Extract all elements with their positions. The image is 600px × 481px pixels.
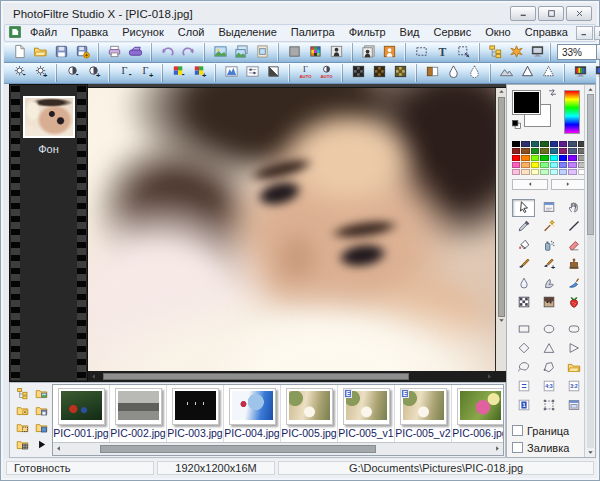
browser-scrollbar[interactable]	[53, 442, 503, 455]
fill-bucket-button[interactable]	[512, 237, 535, 255]
auto-contrast-button[interactable]: AUTO	[316, 64, 337, 82]
levels-button[interactable]	[242, 64, 263, 82]
palette-color[interactable]	[512, 155, 520, 161]
line-tool-button[interactable]	[563, 218, 586, 236]
menu-фильтр[interactable]: Фильтр	[342, 25, 393, 40]
canvas-vertical-scrollbar[interactable]	[495, 88, 506, 371]
selection-dashed-button[interactable]	[411, 43, 432, 61]
eraser-button[interactable]	[563, 237, 586, 255]
save-as-button[interactable]	[72, 43, 93, 61]
brightness-plus-button[interactable]: +	[30, 64, 51, 82]
save-button[interactable]	[51, 43, 72, 61]
menu-окно[interactable]: Окно	[478, 25, 518, 40]
text-tool-button[interactable]: T	[432, 43, 453, 61]
palette-color[interactable]	[550, 155, 558, 161]
drop-soft-button[interactable]	[443, 64, 464, 82]
thumbnail-item[interactable]: PIC-003.jpg	[167, 385, 224, 442]
palette-color[interactable]	[512, 141, 520, 147]
fixed-size-button[interactable]: 1	[512, 397, 535, 415]
thumbnail-item[interactable]: PIC-004.jpg	[224, 385, 281, 442]
zoom-combo[interactable]: 33%	[557, 44, 600, 60]
panel-scrollbar[interactable]	[584, 85, 595, 457]
scroll-down-icon[interactable]	[498, 317, 505, 324]
image-person-button[interactable]	[326, 43, 347, 61]
palette-color[interactable]	[521, 141, 529, 147]
thumbnail-item[interactable]: PIC-002.jpg	[110, 385, 167, 442]
rainbow-color-strip[interactable]	[564, 90, 580, 134]
folder-paste-button[interactable]	[32, 421, 50, 436]
fill-checkbox[interactable]	[512, 442, 523, 453]
menu-вид[interactable]: Вид	[393, 25, 427, 40]
grayscale-button[interactable]	[284, 43, 305, 61]
shape-rectangle-button[interactable]	[512, 321, 535, 339]
palette-color[interactable]	[540, 141, 548, 147]
screen-rgb-button[interactable]	[570, 64, 591, 82]
palette-color[interactable]	[559, 141, 567, 147]
thumbnail-item[interactable]: PIC-001.jpg	[53, 385, 110, 442]
canvas-horizontal-scrollbar[interactable]	[88, 371, 495, 382]
plugins-flower-button[interactable]	[506, 43, 527, 61]
book-pages-button[interactable]	[422, 64, 443, 82]
contrast-minus-button[interactable]: -	[62, 64, 83, 82]
shape-triangle-button[interactable]	[537, 340, 560, 358]
gamma-minus-button[interactable]: Γ-	[115, 64, 136, 82]
menu-рисунок[interactable]: Рисунок	[115, 25, 171, 40]
clone-stamp-button[interactable]	[563, 256, 586, 274]
horizontal-scroll-thumb[interactable]	[103, 373, 409, 380]
magic-wand-button[interactable]	[537, 218, 560, 236]
palette-color[interactable]	[531, 148, 539, 154]
border-checkbox[interactable]	[512, 425, 523, 436]
ratio-3-2-button[interactable]: 3:2	[563, 378, 586, 396]
pipette-button[interactable]	[512, 218, 535, 236]
shape-right-triangle-button[interactable]	[563, 340, 586, 358]
smudge-button[interactable]	[537, 275, 560, 293]
thumbnail-item[interactable]: EPIC-005_v1	[338, 385, 395, 442]
saturation-minus-button[interactable]: -	[168, 64, 189, 82]
new-file-button[interactable]	[9, 43, 30, 61]
screen-blue-button[interactable]	[591, 64, 600, 82]
manual-selection-button[interactable]	[537, 397, 560, 415]
mosaic-brown-button[interactable]	[369, 64, 390, 82]
palette-next-button[interactable]	[551, 179, 587, 190]
polygon-button[interactable]	[537, 359, 560, 377]
mosaic-dark-button[interactable]	[348, 64, 369, 82]
paste-person-button[interactable]	[379, 43, 400, 61]
hand-tool-button[interactable]	[563, 199, 586, 217]
scroll-up-icon[interactable]	[498, 88, 505, 95]
brush-button[interactable]	[512, 256, 535, 274]
palette-color[interactable]	[512, 169, 520, 175]
photo-image[interactable]	[88, 88, 495, 371]
menu-правка[interactable]: Правка	[64, 25, 115, 40]
folder-save-button[interactable]	[32, 404, 50, 419]
browser-scroll-left-icon[interactable]	[55, 445, 62, 452]
selection-options-button[interactable]	[563, 397, 586, 415]
sharpen-strong-button[interactable]	[538, 64, 559, 82]
palette-color[interactable]	[568, 162, 576, 168]
thumbnail-item[interactable]: EPIC-005_v2	[395, 385, 452, 442]
copy-person-button[interactable]	[358, 43, 379, 61]
scroll-left-icon[interactable]	[90, 373, 97, 380]
brightness-minus-button[interactable]: -	[9, 64, 30, 82]
photo-copy-button[interactable]	[231, 43, 252, 61]
palette-color[interactable]	[568, 148, 576, 154]
palette-color[interactable]	[568, 141, 576, 147]
open-folder-button[interactable]	[30, 43, 51, 61]
panel-scroll-thumb[interactable]	[587, 94, 594, 236]
palette-color[interactable]	[559, 169, 567, 175]
menu-слой[interactable]: Слой	[171, 25, 212, 40]
palette-color[interactable]	[568, 169, 576, 175]
palette-color[interactable]	[521, 155, 529, 161]
scroll-right-icon[interactable]	[486, 373, 493, 380]
blur-drop-button[interactable]	[512, 275, 535, 293]
image-manager-button[interactable]	[537, 199, 560, 217]
shape-diamond-button[interactable]	[512, 340, 535, 358]
palette-color[interactable]	[521, 148, 529, 154]
palette-color[interactable]	[550, 162, 558, 168]
palette-color[interactable]	[550, 148, 558, 154]
arrow-tool-button[interactable]	[512, 199, 535, 217]
thumbnail-item[interactable]: PIC-006.jpg	[452, 385, 503, 442]
panel-scroll-down-icon[interactable]	[587, 449, 594, 456]
browser-scroll-right-icon[interactable]	[494, 445, 501, 452]
palette-color[interactable]	[521, 169, 529, 175]
load-selection-button[interactable]	[563, 359, 586, 377]
